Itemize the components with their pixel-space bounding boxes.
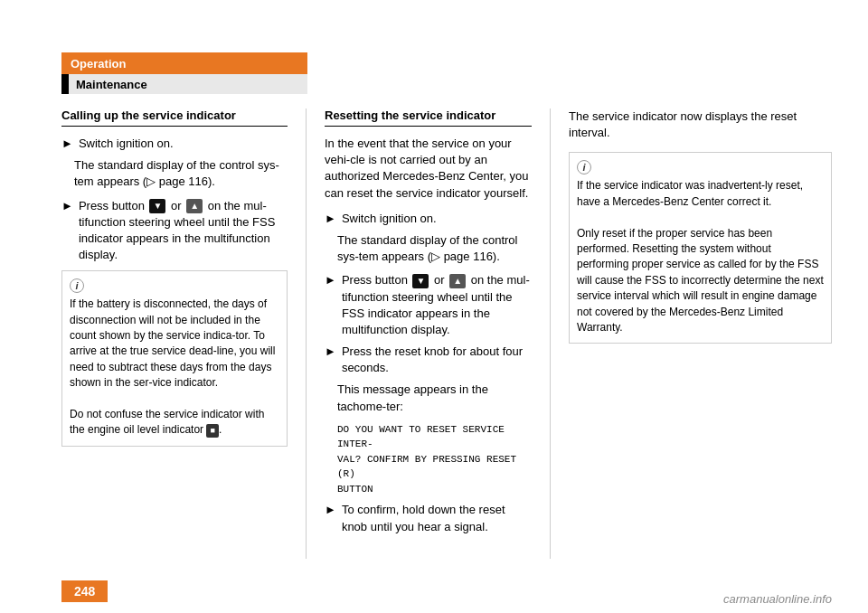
button-icon-1: ▼ bbox=[149, 199, 165, 213]
middle-step-3-text: Press the reset knob for about four seco… bbox=[342, 344, 532, 376]
right-info-text-1: If the service indicator was inadvertent… bbox=[577, 179, 803, 207]
bullet-arrow-2: ► bbox=[61, 199, 73, 212]
info-icon-2: i bbox=[577, 160, 591, 174]
middle-indent-2: This message appears in the tachome-ter: bbox=[337, 382, 532, 414]
left-step-1-text: Switch ignition on. bbox=[79, 136, 174, 152]
right-info-text-2: Only reset if the proper service has bee… bbox=[577, 227, 824, 334]
middle-step-3: ► Press the reset knob for about four se… bbox=[325, 344, 532, 376]
left-step-2: ► Press button ▼ or ▲ on the mul-tifunct… bbox=[61, 198, 288, 264]
operation-label: Operation bbox=[71, 57, 126, 71]
button-icon-m1: ▼ bbox=[412, 274, 429, 288]
button-icon-m2: ▲ bbox=[449, 274, 466, 288]
watermark: carmanualonline.info bbox=[723, 592, 832, 606]
page-number: 248 bbox=[61, 580, 108, 602]
left-info-box: i If the battery is disconnected, the da… bbox=[61, 270, 288, 447]
left-info-text-2: Do not confuse the service indicator wit… bbox=[70, 408, 264, 436]
left-step-1: ► Switch ignition on. bbox=[61, 136, 288, 152]
content-area: Calling up the service indicator ► Switc… bbox=[61, 108, 832, 559]
right-column: The service indicator now displays the r… bbox=[550, 108, 832, 559]
middle-step-4-text: To confirm, hold down the reset knob unt… bbox=[342, 502, 532, 534]
middle-step-4: ► To confirm, hold down the reset knob u… bbox=[325, 502, 532, 534]
left-step-2-text: Press button ▼ or ▲ on the mul-tifunctio… bbox=[79, 198, 288, 264]
middle-indent-1: The standard display of the control sys-… bbox=[337, 232, 532, 265]
middle-column: Resetting the service indicator In the e… bbox=[306, 108, 550, 559]
middle-intro: In the event that the service on your ve… bbox=[325, 136, 532, 202]
bullet-arrow-m3: ► bbox=[325, 344, 336, 358]
bullet-arrow-m4: ► bbox=[325, 503, 336, 516]
middle-step-1-text: Switch ignition on. bbox=[342, 211, 437, 227]
left-section-title: Calling up the service indicator bbox=[61, 108, 288, 127]
right-info-box: i If the service indicator was inadverte… bbox=[569, 152, 832, 344]
info-icon-1: i bbox=[70, 278, 84, 293]
right-text-1: The service indicator now displays the r… bbox=[569, 108, 832, 141]
maintenance-black-bar bbox=[61, 74, 69, 94]
maintenance-label: Maintenance bbox=[69, 74, 307, 94]
code-line-1: DO YOU WANT TO RESET SERVICE INTER- bbox=[337, 424, 505, 450]
left-column: Calling up the service indicator ► Switc… bbox=[61, 108, 306, 559]
left-indent-1: The standard display of the control sys-… bbox=[74, 157, 288, 190]
middle-step-2-text: Press button ▼ or ▲ on the mul-tifunctio… bbox=[342, 272, 532, 338]
maintenance-text: Maintenance bbox=[76, 78, 147, 91]
bullet-arrow-m1: ► bbox=[325, 212, 336, 225]
operation-header: Operation bbox=[61, 52, 307, 74]
bullet-arrow-1: ► bbox=[61, 137, 73, 150]
bullet-arrow-m2: ► bbox=[325, 273, 336, 287]
code-line-3: BUTTON bbox=[337, 484, 373, 495]
middle-section-title: Resetting the service indicator bbox=[325, 108, 532, 127]
middle-step-1: ► Switch ignition on. bbox=[325, 211, 532, 227]
code-block: DO YOU WANT TO RESET SERVICE INTER- VAL?… bbox=[337, 422, 532, 497]
left-info-text: If the battery is disconnected, the days… bbox=[70, 297, 275, 389]
oil-icon: ■ bbox=[206, 424, 218, 438]
middle-step-2: ► Press button ▼ or ▲ on the mul-tifunct… bbox=[325, 272, 532, 338]
code-line-2: VAL? CONFIRM BY PRESSING RESET (R) bbox=[337, 454, 516, 480]
button-icon-2: ▲ bbox=[186, 199, 203, 213]
